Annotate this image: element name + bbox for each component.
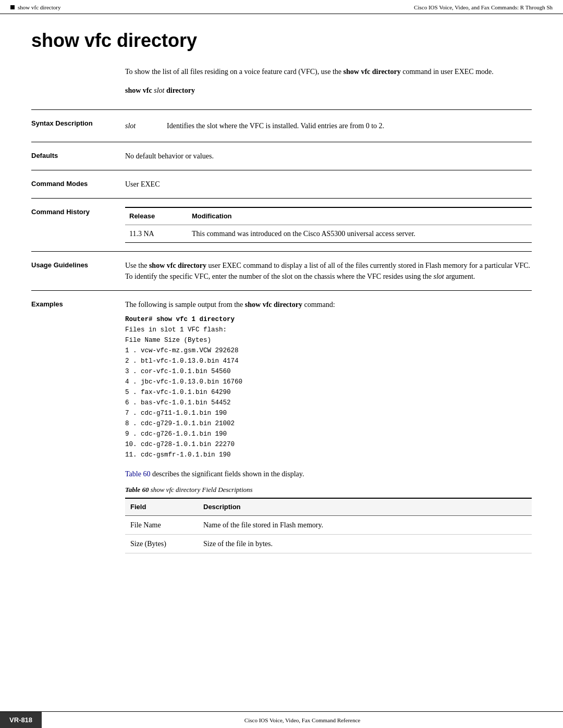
usage-guidelines-section: Usage Guidelines Use the show vfc direct… xyxy=(31,251,532,290)
header-right: Cisco IOS Voice, Video, and Fax Commands… xyxy=(414,4,553,10)
header-right-text: Cisco IOS Voice, Video, and Fax Commands… xyxy=(414,4,553,10)
code-line: 5 . fax-vfc-1.0.1.bin 64290 xyxy=(125,387,532,398)
code-line: 9 . cdc-g726-1.0.1.bin 190 xyxy=(125,429,532,439)
code-line: 10. cdc-g728-1.0.1.bin 22270 xyxy=(125,439,532,450)
code-line: File Name Size (Bytes) xyxy=(125,335,532,346)
command-syntax-line: show vfc slot directory xyxy=(125,87,532,95)
examples-intro: The following is sample output from the … xyxy=(125,299,532,310)
field-description: Size of the file in bytes. xyxy=(198,534,532,553)
bullet-icon xyxy=(10,5,15,9)
command-prompt: Router# show vfc 1 directory xyxy=(125,316,235,323)
field-col-description: Description xyxy=(198,498,532,515)
code-line: 6 . bas-vfc-1.0.1.bin 54452 xyxy=(125,398,532,408)
intro-paragraph: To show the list of all files residing o… xyxy=(125,66,532,77)
syntax-italic: slot xyxy=(154,87,164,94)
syntax-param: slot xyxy=(125,118,167,133)
header-left: show vfc directory xyxy=(10,4,60,10)
defaults-content: No default behavior or values. xyxy=(125,151,532,162)
usage-text-after2: argument. xyxy=(446,273,475,280)
table-ref-para: Table 60 describes the significant field… xyxy=(125,468,532,479)
code-line: 7 . cdc-g711-1.0.1.bin 190 xyxy=(125,408,532,418)
table-60-link[interactable]: Table 60 xyxy=(125,470,150,478)
usage-bold1: show vfc directory xyxy=(149,262,206,269)
command-modes-label: Command Modes xyxy=(31,179,125,190)
command-history-content: Release Modification 11.3 NAThis command… xyxy=(125,207,532,243)
command-modes-content: User EXEC xyxy=(125,179,532,190)
syntax-description-content: slot Identifies the slot where the VFC i… xyxy=(125,118,532,133)
examples-text-before: The following is sample output from the xyxy=(125,301,243,309)
footer-badge: VR-818 xyxy=(0,712,42,728)
history-modification: This command was introduced on the Cisco… xyxy=(188,225,532,242)
command-modes-section: Command Modes User EXEC xyxy=(31,170,532,198)
main-content: show vfc directory To show the list of a… xyxy=(0,14,563,593)
field-description: Name of the file stored in Flash memory. xyxy=(198,515,532,534)
syntax-description-text: Identifies the slot where the VFC is ins… xyxy=(167,118,532,133)
defaults-label: Defaults xyxy=(31,151,125,162)
syntax-table: slot Identifies the slot where the VFC i… xyxy=(125,118,532,133)
history-release: 11.3 NA xyxy=(125,225,188,242)
syntax-prefix: show vfc xyxy=(125,87,152,94)
examples-label: Examples xyxy=(31,299,125,553)
command-history-table: Release Modification 11.3 NAThis command… xyxy=(125,207,532,243)
history-col-modification: Modification xyxy=(188,207,532,225)
command-history-section: Command History Release Modification 11.… xyxy=(31,198,532,251)
history-col-release: Release xyxy=(125,207,188,225)
table-caption-prefix: Table 60 xyxy=(125,486,149,493)
usage-guidelines-label: Usage Guidelines xyxy=(31,260,125,282)
usage-text-before: Use the xyxy=(125,262,147,269)
syntax-description-section: Syntax Description slot Identifies the s… xyxy=(31,109,532,142)
code-line: 4 . jbc-vfc-1.0.13.0.bin 16760 xyxy=(125,377,532,387)
table-caption-text: show vfc directory Field Descriptions xyxy=(151,486,253,493)
examples-text-after: command: xyxy=(304,301,335,309)
top-header: show vfc directory Cisco IOS Voice, Vide… xyxy=(0,0,563,14)
code-line: 11. cdc-gsmfr-1.0.1.bin 190 xyxy=(125,450,532,460)
table-caption: Table 60 show vfc directory Field Descri… xyxy=(125,485,532,495)
table-ref-after: describes the significant fields shown i… xyxy=(152,470,304,478)
intro-text2: command in user EXEC mode. xyxy=(402,68,494,76)
examples-section: Examples The following is sample output … xyxy=(31,290,532,562)
code-line: Files in slot 1 VFC flash: xyxy=(125,325,532,335)
code-block: Router# show vfc 1 directory Files in sl… xyxy=(125,314,532,460)
command-history-label: Command History xyxy=(31,207,125,243)
page-title: show vfc directory xyxy=(31,30,532,52)
defaults-section: Defaults No default behavior or values. xyxy=(31,142,532,170)
examples-content: The following is sample output from the … xyxy=(125,299,532,553)
page-footer: VR-818 Cisco IOS Voice, Video, Fax Comma… xyxy=(0,711,563,728)
code-line: 1 . vcw-vfc-mz.gsm.VCW 292628 xyxy=(125,346,532,356)
footer-center-text: Cisco IOS Voice, Video, Fax Command Refe… xyxy=(42,712,563,728)
intro-bold: show vfc directory xyxy=(344,68,401,76)
intro-text: To show the list of all files residing o… xyxy=(125,68,341,76)
field-table: Field Description File NameName of the f… xyxy=(125,498,532,553)
header-breadcrumb: show vfc directory xyxy=(18,4,60,10)
examples-bold1: show vfc directory xyxy=(245,301,302,309)
code-line: 8 . cdc-g729-1.0.1.bin 21002 xyxy=(125,418,532,429)
field-col-field: Field xyxy=(125,498,198,515)
field-name: File Name xyxy=(125,515,198,534)
syntax-suffix: directory xyxy=(166,87,195,94)
syntax-description-label: Syntax Description xyxy=(31,118,125,133)
usage-italic1: slot xyxy=(433,273,444,280)
code-line: 2 . btl-vfc-1.0.13.0.bin 4174 xyxy=(125,356,532,366)
usage-guidelines-content: Use the show vfc directory user EXEC com… xyxy=(125,260,532,282)
field-name: Size (Bytes) xyxy=(125,534,198,553)
code-line: 3 . cor-vfc-1.0.1.bin 54560 xyxy=(125,366,532,377)
